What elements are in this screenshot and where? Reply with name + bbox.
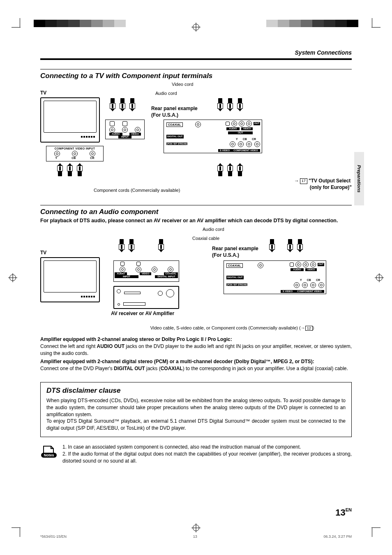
rear-panel-label: Rear panel example [212, 246, 258, 252]
plug-icon [287, 239, 293, 252]
port-icon [136, 262, 141, 266]
page-ref: 12 [305, 326, 313, 331]
svg-text:Notes: Notes [44, 453, 54, 457]
amp1-body: Connect the left and right AUDIO OUT jac… [40, 343, 352, 357]
page-number: 13EN [335, 507, 352, 518]
section-2-title: Connecting to an Audio component [40, 205, 352, 216]
plug-icon [118, 239, 125, 252]
plug-icon [109, 98, 116, 111]
plug-icon [227, 163, 233, 176]
section-tab: Preparations [354, 152, 364, 205]
port-icon [295, 262, 301, 267]
port-icon [122, 127, 128, 133]
plug-icon [128, 239, 135, 252]
audio-cord-label: Audio cord [203, 227, 224, 232]
port-icon [122, 121, 127, 126]
port-icon [120, 262, 125, 266]
coaxial-cable-label: Coaxial cable [192, 236, 219, 241]
port-icon [246, 121, 252, 127]
footer-doc-id: *5634/01-15/EN [40, 534, 67, 539]
crop-mark [20, 528, 20, 537]
crop-mark [371, 27, 380, 28]
connection-diagram-1: Video cord Audio cord Rear panel example… [40, 82, 352, 197]
port-icon [195, 122, 201, 127]
component-video-input-panel: COMPONENT VIDEO INPUT Y CB CR [46, 146, 104, 161]
port-icon [90, 151, 95, 157]
port-icon [239, 121, 244, 127]
dts-disclaimer-box: DTS disclaimer clause When playing DTS-e… [40, 382, 352, 437]
plug-icon [76, 163, 83, 176]
registration-mark-icon [191, 523, 201, 532]
notes-icon: Notes [40, 444, 58, 464]
plug-icon [237, 98, 243, 111]
audio-cord-label: Audio cord [155, 91, 177, 96]
footer-timestamp: 06.3.24, 3:27 PM [323, 534, 352, 539]
plug-icon [269, 239, 275, 252]
tv-output-ref: "TV Output Select [309, 178, 350, 184]
port-icon [152, 267, 157, 272]
port-icon [109, 127, 115, 133]
rear-panel-label: Rear panel example [151, 106, 198, 112]
section-2-lead: For playback of DTS audio, please connec… [40, 218, 352, 223]
port-icon [318, 282, 324, 288]
tv-output-ref-2: (only for Europe)" [310, 184, 352, 190]
crop-mark [372, 528, 372, 537]
av-amp-label: AV receiver or AV Amplifier [111, 311, 174, 317]
amp2-heading: Amplifier equipped with 2-channel digita… [40, 359, 314, 364]
plug-icon [129, 98, 136, 111]
registration-mark-icon [191, 23, 201, 32]
plug-icon [297, 239, 303, 252]
plug-icon [217, 163, 224, 176]
footer-page: 13 [193, 534, 197, 539]
plug-icon [237, 163, 243, 176]
plug-icon [57, 163, 63, 176]
plug-icon [217, 98, 224, 111]
registration-mark-icon [8, 273, 17, 282]
chapter-header: System Connections [40, 49, 352, 60]
av-amplifier-icon [113, 286, 179, 309]
port-icon [258, 263, 263, 268]
port-icon [110, 121, 115, 126]
video-cable-note: Video cable, S-video cable, or Component… [76, 325, 388, 331]
tv-icon [40, 257, 100, 302]
dvd-rear-panel: COAXIAL DIGITAL OUT (PCM / BIT STREAM) O… [164, 120, 262, 153]
rear-panel-region: (For U.S.A.) [212, 252, 258, 259]
crop-mark [371, 527, 380, 528]
port-icon [136, 267, 141, 272]
tv-icon [40, 97, 100, 143]
port-icon [168, 267, 173, 272]
port-icon [310, 262, 316, 267]
amp-input-panel: AUDIO VIDEO COAXIAL INPUT DIGITAL INPUT [113, 260, 179, 282]
crop-mark [12, 527, 21, 528]
port-icon [72, 151, 78, 157]
port-icon [120, 267, 125, 272]
notes-section: Notes 1. In case an associated system co… [40, 444, 352, 464]
rear-panel-region: (For U.S.A.) [151, 112, 198, 119]
component-cords-label: Component cords (Commercially available) [94, 188, 180, 193]
crop-mark [372, 18, 372, 27]
tv-label: TV [40, 90, 104, 96]
amp2-body: Connect one of the DVD Player's DIGITAL … [40, 365, 352, 372]
tv-av-input-panel: AUDIO VIDEO INPUT [105, 120, 145, 139]
video-cord-label: Video cord [172, 82, 193, 87]
note-1: 1. In case an associated system componen… [62, 444, 352, 451]
port-icon [303, 262, 309, 267]
crop-mark [20, 18, 20, 27]
plug-icon [227, 98, 233, 111]
dvd-rear-panel: COAXIAL DIGITAL OUT (PCM / BIT STREAM) O… [224, 260, 326, 294]
port-icon [226, 122, 230, 126]
port-icon [310, 282, 316, 288]
section-tab-label: Preparations [357, 165, 362, 192]
print-footer: *5634/01-15/EN 13 06.3.24, 3:27 PM [40, 534, 352, 539]
port-icon [294, 282, 300, 288]
dts-title: DTS disclaimer clause [46, 387, 346, 395]
port-icon [231, 121, 237, 127]
plug-icon [67, 163, 73, 176]
crop-mark [12, 27, 21, 28]
page-ref: 17 [300, 178, 307, 184]
plug-icon [119, 98, 126, 111]
connection-diagram-2: Audio cord Coaxial cable Rear panel exam… [40, 227, 352, 334]
dts-p1: When playing DTS-encoded (CDs, DVDs), ex… [46, 397, 346, 418]
port-icon [238, 141, 244, 147]
plug-icon [158, 239, 164, 252]
